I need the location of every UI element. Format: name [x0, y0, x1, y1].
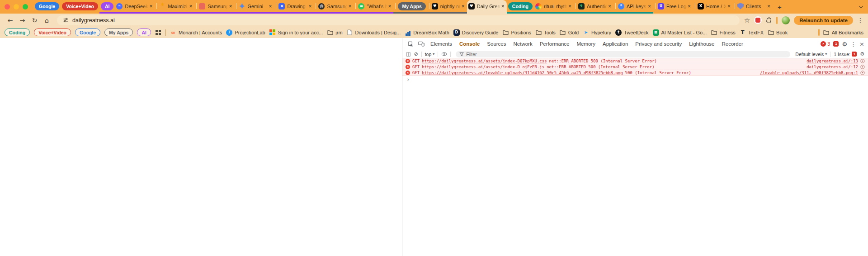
- bookmark-monarch-accounts[interactable]: ∞Monarch | Accounts: [170, 29, 222, 36]
- tab-samsung-c[interactable]: @Samsung C×: [314, 0, 354, 14]
- context-selector[interactable]: top▾: [425, 52, 435, 57]
- extensions-puzzle-icon[interactable]: [766, 17, 772, 24]
- tab-close-icon[interactable]: ×: [347, 3, 352, 9]
- tab-ritual-rhyth[interactable]: ritual-rhyth×: [534, 0, 574, 14]
- devtools-tab-network[interactable]: Network: [510, 38, 536, 50]
- page-viewport[interactable]: [0, 38, 402, 256]
- request-url-link[interactable]: https://dailygreatness.ai/lovable-upload…: [422, 71, 623, 75]
- saved-group-pill-ai[interactable]: AI: [137, 28, 151, 36]
- tab-group-pill-voice-video[interactable]: Voice+Video: [61, 0, 99, 14]
- console-errors-badge[interactable]: ×3: [821, 41, 830, 47]
- tab-nightly-nur[interactable]: ♥nightly-nur×: [427, 0, 467, 14]
- bookmark-tweetdeck[interactable]: tTweetDeck: [615, 29, 648, 36]
- tab-maximizing[interactable]: *Maximizing×: [155, 0, 194, 14]
- ai-assistance-icon[interactable]: [860, 71, 865, 75]
- saved-group-pill-coding[interactable]: Coding: [5, 28, 30, 36]
- default-levels-dropdown[interactable]: Default levels▾: [795, 52, 827, 57]
- bookmark-positions[interactable]: Positions: [502, 29, 531, 36]
- devtools-tab-sources[interactable]: Sources: [483, 38, 509, 50]
- tab-close-icon[interactable]: ×: [500, 3, 505, 9]
- tab-close-icon[interactable]: ×: [726, 3, 731, 9]
- devtools-tab-application[interactable]: Application: [599, 38, 632, 50]
- bookmark-textfx[interactable]: TTextFX: [740, 29, 764, 36]
- saved-group-pill-voice-video[interactable]: Voice+Video: [34, 28, 71, 36]
- issues-badge[interactable]: 1: [833, 41, 839, 47]
- tab-group-pill-ai[interactable]: AI: [99, 0, 115, 14]
- bookmark-ai-master-list-go[interactable]: ≡AI Master List - Go...: [653, 29, 707, 36]
- address-bar[interactable]: [57, 15, 740, 25]
- bookmark-dreambox-math[interactable]: DreamBox Math: [405, 29, 449, 36]
- filter-input[interactable]: [466, 52, 787, 57]
- bookmark-jrm[interactable]: jrm: [327, 29, 342, 36]
- tab-close-icon[interactable]: ×: [188, 3, 193, 9]
- minimize-window-icon[interactable]: [14, 4, 19, 9]
- issues-counter[interactable]: 1 Issue:1: [834, 52, 857, 57]
- devtools-settings-gear-icon[interactable]: ⚙: [842, 41, 847, 47]
- reload-button[interactable]: ↻: [29, 15, 40, 26]
- devtools-tab-performance[interactable]: Performance: [536, 38, 573, 50]
- tab-what-s-ne[interactable]: ="What's Ne×: [354, 0, 393, 14]
- site-settings-icon[interactable]: [62, 17, 69, 24]
- tab-close-icon[interactable]: ×: [461, 3, 466, 9]
- bookmark-hypefury[interactable]: ➤Hypefury: [583, 29, 611, 36]
- tab-close-icon[interactable]: ×: [268, 3, 273, 9]
- tab-close-icon[interactable]: ×: [687, 3, 692, 9]
- close-window-icon[interactable]: [5, 4, 10, 9]
- saved-group-pill-google[interactable]: Google: [75, 28, 100, 36]
- console-settings-gear-icon[interactable]: ⚙: [860, 51, 864, 57]
- bookmark-fitness[interactable]: Fitness: [711, 29, 735, 36]
- tab-group-pill-google[interactable]: Google: [33, 0, 61, 14]
- device-toolbar-icon[interactable]: [416, 41, 427, 47]
- all-bookmarks-button[interactable]: All Bookmarks: [823, 29, 863, 36]
- tab-group-pill-my-apps[interactable]: My Apps: [393, 0, 427, 14]
- saved-group-pill-my-apps[interactable]: My Apps: [104, 28, 133, 36]
- tab-group-pill-coding[interactable]: Coding: [507, 0, 534, 14]
- tab-gemini[interactable]: Gemini×: [234, 0, 274, 14]
- devtools-kebab-icon[interactable]: ⋮: [850, 41, 856, 47]
- devtools-tab-console[interactable]: Console: [456, 38, 483, 50]
- tab-close-icon[interactable]: ×: [766, 3, 771, 9]
- devtools-tab-recorder[interactable]: Recorder: [718, 38, 747, 50]
- devtools-tab-privacy-and-security[interactable]: Privacy and security: [632, 38, 685, 50]
- tab-deepseek[interactable]: ~DeepSeek×: [115, 0, 155, 14]
- inspect-element-icon[interactable]: [405, 41, 416, 47]
- bookmark-tools[interactable]: Tools: [535, 29, 556, 36]
- ai-assistance-icon[interactable]: [860, 59, 865, 63]
- tab-samsung-d[interactable]: Samsung D×: [194, 0, 234, 14]
- url-input[interactable]: [72, 17, 734, 24]
- tab-close-icon[interactable]: ×: [228, 3, 233, 9]
- back-button[interactable]: ←: [5, 15, 16, 26]
- tab-overflow-button[interactable]: [859, 0, 868, 14]
- console-filter-box[interactable]: [456, 51, 790, 57]
- source-location-link[interactable]: dailygreatness.ai/:13: [807, 59, 858, 63]
- devtools-close-icon[interactable]: ×: [859, 41, 864, 47]
- tab-drawing-of[interactable]: ×Drawing of×: [274, 0, 314, 14]
- browser-menu-kebab-icon[interactable]: ⋮: [857, 17, 863, 24]
- tab-home-x[interactable]: XHome / X×: [693, 0, 733, 14]
- bookmark-book[interactable]: Book: [768, 29, 788, 36]
- live-expression-eye-icon[interactable]: [441, 52, 447, 56]
- extension-icon[interactable]: ⋯: [754, 16, 762, 24]
- tab-close-icon[interactable]: ×: [607, 3, 612, 9]
- bookmark-star-icon[interactable]: ☆: [744, 16, 750, 24]
- console-sidebar-icon[interactable]: ◫: [406, 51, 410, 57]
- tab-api-keys-c[interactable]: *API keys - C×: [613, 0, 653, 14]
- tab-close-icon[interactable]: ×: [148, 3, 153, 9]
- tab-close-icon[interactable]: ×: [567, 3, 572, 9]
- clear-console-icon[interactable]: ⊘: [414, 51, 418, 57]
- profile-avatar[interactable]: [782, 16, 790, 24]
- bookmark-projectionlab[interactable]: /ProjectionLab: [226, 29, 265, 36]
- request-url-link[interactable]: https://dailygreatness.ai/assets/index-D…: [422, 59, 547, 63]
- devtools-tab-memory[interactable]: Memory: [573, 38, 599, 50]
- tab-close-icon[interactable]: ×: [387, 3, 392, 9]
- devtools-tab-lighthouse[interactable]: Lighthouse: [685, 38, 718, 50]
- tab-free-logo-m[interactable]: UFree Logo M×: [653, 0, 693, 14]
- tab-close-icon[interactable]: ×: [647, 3, 652, 9]
- bookmark-downloads-desig[interactable]: Downloads | Desig...: [347, 29, 401, 36]
- bookmark-discovery-guide[interactable]: DDiscovery Guide: [453, 29, 499, 36]
- bookmark-gold[interactable]: Gold: [560, 29, 579, 36]
- forward-button[interactable]: →: [17, 15, 28, 26]
- tab-close-icon[interactable]: ×: [307, 3, 312, 9]
- new-tab-button[interactable]: +: [773, 0, 787, 14]
- console-prompt[interactable]: ›: [402, 76, 868, 83]
